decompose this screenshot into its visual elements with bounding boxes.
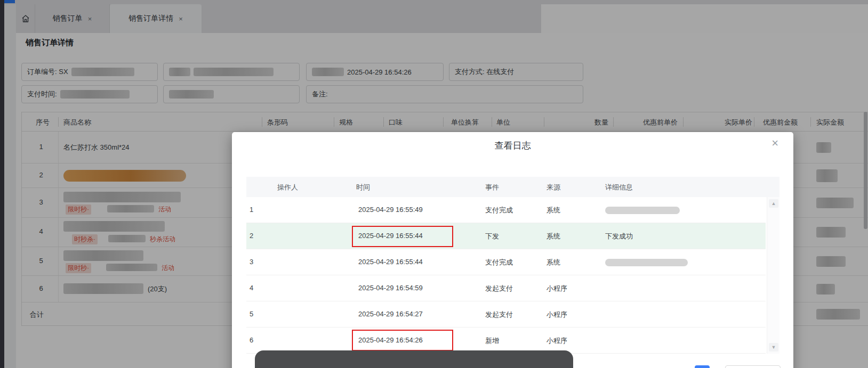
log-header-row: 操作人 时间 事件 来源 详细信息 — [246, 177, 779, 197]
log-row[interactable]: 3 2025-04-29 16:55:44 支付完成 系统 — [246, 249, 766, 275]
log-row-highlighted[interactable]: 2 2025-04-29 16:55:44 下发 系统 下发成功 — [246, 223, 766, 249]
log-row[interactable]: 5 2025-04-29 16:54:27 发起支付 小程序 — [246, 301, 766, 328]
log-event: 支付完成 — [485, 258, 513, 267]
log-scrollbar[interactable]: ▲ ▼ — [767, 197, 779, 354]
close-icon[interactable]: × — [771, 137, 778, 149]
annotation-box-row2-time — [352, 226, 453, 247]
log-index: 5 — [250, 310, 253, 318]
redacted-detail — [605, 207, 680, 214]
log-row[interactable]: 6 2025-04-29 16:54:26 新增 小程序 — [246, 328, 766, 354]
log-source: 系统 — [546, 258, 560, 267]
log-source: 小程序 — [546, 284, 567, 293]
log-time: 2025-04-29 16:54:59 — [358, 284, 423, 292]
redacted-detail — [605, 259, 688, 266]
col-header: 来源 — [546, 183, 560, 192]
log-index: 6 — [250, 336, 253, 344]
log-event: 支付完成 — [485, 206, 513, 215]
log-source: 系统 — [546, 206, 560, 215]
log-time: 2025-04-29 16:55:49 — [358, 206, 423, 214]
scroll-down-icon[interactable]: ▼ — [769, 343, 778, 351]
log-index: 1 — [250, 206, 253, 214]
modal-secondary-button[interactable] — [725, 365, 781, 368]
log-table: 操作人 时间 事件 来源 详细信息 1 2025-04-29 16:55:49 … — [246, 177, 779, 354]
col-header: 详细信息 — [605, 183, 633, 192]
log-time: 2025-04-29 16:54:27 — [358, 310, 423, 318]
log-time: 2025-04-29 16:55:44 — [358, 258, 423, 266]
log-event: 下发 — [485, 232, 499, 241]
log-source: 小程序 — [546, 336, 567, 346]
log-source: 系统 — [546, 232, 560, 241]
col-header: 事件 — [485, 183, 499, 192]
log-index: 2 — [250, 232, 253, 240]
col-header: 操作人 — [277, 183, 298, 192]
scroll-up-icon[interactable]: ▲ — [769, 199, 778, 208]
log-event: 新增 — [485, 336, 499, 346]
log-event: 发起支付 — [485, 310, 513, 320]
log-index: 4 — [250, 284, 253, 292]
dark-toast-bar — [255, 350, 573, 368]
log-row[interactable]: 1 2025-04-29 16:55:49 支付完成 系统 — [246, 197, 766, 223]
log-detail: 下发成功 — [605, 232, 633, 241]
modal-primary-button[interactable] — [695, 365, 710, 368]
log-row[interactable]: 4 2025-04-29 16:54:59 发起支付 小程序 — [246, 275, 766, 301]
col-header: 时间 — [356, 183, 370, 192]
screenshot-stage: 销售订单 × 销售订单详情 × 销售订单详情 订单编号: SX 2025-04-… — [0, 0, 868, 368]
annotation-box-row6-time — [352, 330, 453, 351]
view-log-modal: 查看日志 × 操作人 时间 事件 来源 详细信息 1 2025-04-29 16… — [232, 132, 793, 368]
log-source: 小程序 — [546, 310, 567, 320]
modal-title: 查看日志 — [232, 140, 793, 152]
log-index: 3 — [250, 258, 253, 266]
log-event: 发起支付 — [485, 284, 513, 293]
